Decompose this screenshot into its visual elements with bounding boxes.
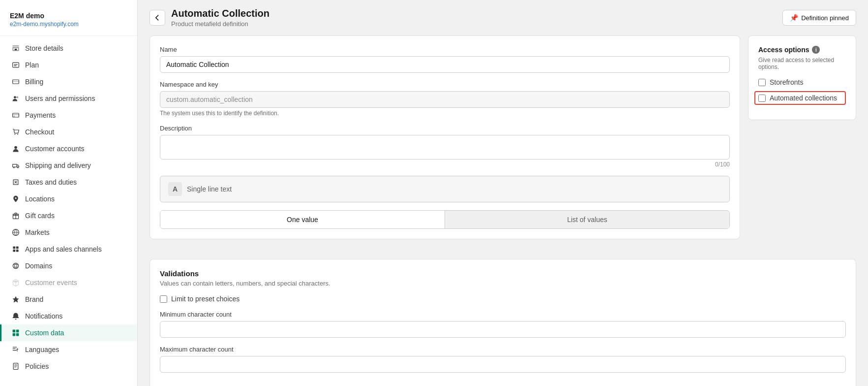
pin-icon: 📌 [790, 14, 798, 22]
svg-rect-21 [16, 250, 19, 252]
main-form-card: Name Namespace and key The system uses t… [150, 35, 740, 239]
sidebar-item-store-details-label: Store details [25, 44, 63, 52]
sidebar-item-users-label: Users and permissions [25, 95, 95, 102]
sidebar-item-domains-label: Domains [25, 262, 52, 270]
checkout-icon [11, 128, 20, 136]
svg-rect-8 [13, 116, 15, 117]
storefronts-option: Storefronts [758, 78, 846, 86]
sidebar-item-custom-data[interactable]: Custom data [0, 324, 137, 341]
name-input[interactable] [160, 56, 730, 73]
locations-icon [11, 194, 20, 203]
svg-point-11 [14, 146, 17, 149]
tab-list-values[interactable]: List of values [445, 211, 729, 228]
value-tabs: One value List of values [160, 210, 730, 229]
sidebar-item-checkout-label: Checkout [25, 128, 54, 136]
shipping-icon [11, 161, 20, 170]
customer-icon [11, 144, 20, 153]
notifications-icon [11, 312, 20, 321]
pin-button[interactable]: 📌 Definition pinned [782, 10, 856, 26]
sidebar-item-taxes[interactable]: Taxes and duties [0, 174, 137, 191]
automated-collections-label[interactable]: Automated collections [770, 94, 837, 102]
page-title: Automatic Collection [171, 8, 269, 19]
events-icon [11, 278, 20, 287]
sidebar-item-policies[interactable]: Policies [0, 358, 137, 375]
namespace-label: Namespace and key [160, 81, 730, 88]
sidebar-item-apps[interactable]: Apps and sales channels [0, 241, 137, 257]
back-button[interactable] [150, 10, 165, 26]
description-input[interactable] [160, 135, 730, 160]
brand-icon [11, 295, 20, 304]
sidebar-item-plan[interactable]: Plan [0, 57, 137, 73]
automated-collections-checkbox[interactable] [758, 95, 766, 102]
sidebar-item-domains[interactable]: Domains [0, 257, 137, 274]
markets-icon [11, 228, 20, 237]
svg-rect-7 [13, 114, 19, 115]
sidebar-item-brand[interactable]: Brand [0, 291, 137, 308]
sidebar-item-apps-label: Apps and sales channels [25, 245, 102, 253]
sidebar-item-notifications[interactable]: Notifications [0, 308, 137, 324]
sidebar-item-gift-cards[interactable]: Gift cards [0, 207, 137, 224]
sidebar-item-billing-label: Billing [25, 78, 43, 86]
sidebar-item-taxes-label: Taxes and duties [25, 178, 77, 186]
svg-rect-24 [13, 330, 16, 333]
info-icon[interactable]: i [812, 46, 820, 54]
limit-preset-label[interactable]: Limit to preset choices [171, 295, 239, 303]
svg-rect-0 [15, 49, 17, 50]
payments-icon [11, 111, 20, 120]
sidebar-item-payments[interactable]: Payments [0, 107, 137, 124]
store-url[interactable]: e2m-demo.myshopify.com [10, 21, 79, 28]
sidebar-item-plan-label: Plan [25, 61, 39, 69]
billing-icon [11, 77, 20, 86]
sidebar-item-custom-data-label: Custom data [25, 329, 64, 337]
store-name: E2M demo [10, 12, 127, 20]
header-left: Automatic Collection Product metafield d… [150, 8, 269, 28]
sidebar-item-billing[interactable]: Billing [0, 73, 137, 90]
sidebar-item-events-label: Customer events [25, 279, 77, 287]
gift-icon [11, 211, 20, 220]
max-count-label: Maximum character count [160, 346, 846, 353]
languages-icon [11, 345, 20, 354]
type-selector[interactable]: A Single line text [160, 176, 730, 202]
sidebar-item-store-details[interactable]: Store details [0, 40, 137, 57]
validations-subtitle: Values can contain letters, numbers, and… [160, 280, 846, 287]
sidebar: E2M demo e2m-demo.myshopify.com Store de… [0, 0, 138, 386]
tab-one-value[interactable]: One value [160, 211, 445, 228]
storefronts-label[interactable]: Storefronts [770, 78, 803, 86]
sidebar-item-payments-label: Payments [25, 111, 56, 119]
sidebar-item-policies-label: Policies [25, 362, 49, 370]
svg-point-13 [13, 167, 14, 168]
sidebar-item-markets[interactable]: Markets [0, 224, 137, 241]
validations-title: Validations [160, 269, 846, 278]
limit-preset-checkbox[interactable] [160, 295, 167, 303]
sidebar-item-languages-label: Languages [25, 346, 59, 354]
page-subtitle: Product metafield definition [171, 20, 269, 28]
page-header: Automatic Collection Product metafield d… [138, 0, 868, 35]
sidebar-item-customer-accounts[interactable]: Customer accounts [0, 140, 137, 157]
svg-point-5 [16, 96, 18, 98]
name-field-group: Name [160, 46, 730, 73]
sidebar-item-locations-label: Locations [25, 195, 55, 203]
sidebar-item-locations[interactable]: Locations [0, 191, 137, 207]
storefronts-checkbox[interactable] [758, 79, 766, 86]
min-count-group: Minimum character count [160, 311, 846, 338]
min-count-input[interactable] [160, 321, 846, 338]
sidebar-item-customer-events: Customer events [0, 274, 137, 291]
content-area: Name Namespace and key The system uses t… [138, 35, 868, 251]
svg-point-14 [17, 167, 18, 168]
max-count-input[interactable] [160, 356, 846, 373]
sidebar-item-shipping[interactable]: Shipping and delivery [0, 157, 137, 174]
svg-rect-28 [13, 363, 18, 370]
svg-point-10 [17, 134, 18, 135]
sidebar-item-languages[interactable]: Languages [0, 341, 137, 358]
description-label: Description [160, 125, 730, 132]
svg-rect-25 [16, 330, 19, 333]
store-icon [11, 44, 20, 53]
limit-preset-row: Limit to preset choices [160, 295, 846, 303]
access-title-text: Access options [758, 46, 809, 54]
sidebar-item-users-permissions[interactable]: Users and permissions [0, 90, 137, 107]
sidebar-item-notifications-label: Notifications [25, 312, 62, 320]
sidebar-item-checkout[interactable]: Checkout [0, 124, 137, 140]
access-options-card: Access options i Give read access to sel… [748, 35, 856, 120]
access-subtitle: Give read access to selected options. [758, 57, 846, 70]
plan-icon [11, 61, 20, 69]
